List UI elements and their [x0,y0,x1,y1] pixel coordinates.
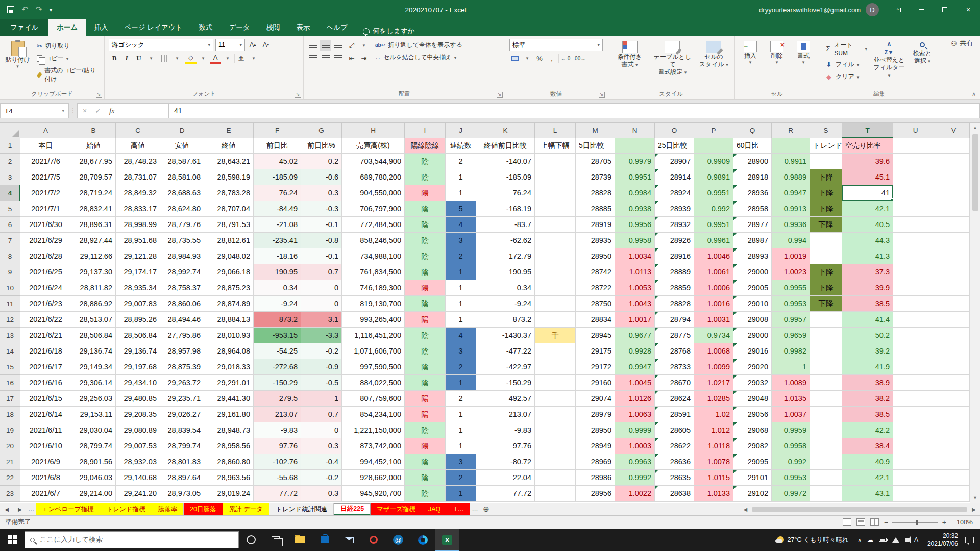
column-header-V[interactable]: V [938,123,970,138]
cell-A16[interactable]: 2021/6/16 [20,375,71,391]
cell-J20[interactable]: 1 [446,438,476,454]
cell-J13[interactable]: 4 [446,328,476,343]
cell-I11[interactable]: 陰 [405,296,446,312]
cell-V10[interactable] [938,280,970,296]
cell-G22[interactable]: -0.2 [301,470,342,486]
customize-qat-icon[interactable]: ▾ [50,7,53,13]
task-view-button[interactable] [263,529,288,551]
cell-Q23[interactable]: 29102 [733,486,772,502]
cell-H9[interactable]: 761,834,500 [342,264,405,280]
file-explorer-button[interactable] [288,529,312,551]
row-header-15[interactable]: 15 [0,359,20,375]
cell-C22[interactable]: 29,140.68 [116,470,160,486]
cell-O3[interactable]: 28914 [655,169,694,185]
column-header-J[interactable]: J [446,123,476,138]
phonetic-dropdown-icon[interactable]: ▾ [248,53,259,64]
cell-D19[interactable]: 28,839.54 [160,422,204,438]
cell-M19[interactable]: 28950 [576,422,615,438]
cell-E6[interactable]: 28,791.53 [204,217,254,233]
cell-R19[interactable]: 0.9959 [772,422,810,438]
cell-F10[interactable]: 0.34 [254,280,301,296]
cell-V15[interactable] [938,359,970,375]
cell-B17[interactable]: 29,256.03 [71,391,116,407]
name-box[interactable]: T4▾ [0,103,69,118]
cell-G11[interactable]: 0 [301,296,342,312]
cell-D17[interactable]: 29,235.71 [160,391,204,407]
cell-L18[interactable] [535,407,576,422]
column-header-N[interactable]: N [615,123,655,138]
cell-H17[interactable]: 807,759,600 [342,391,405,407]
sheet-tab-マザーズ指標[interactable]: マザーズ指標 [371,503,422,515]
cell-E14[interactable]: 28,964.08 [204,343,254,359]
cell-O2[interactable]: 28907 [655,154,694,169]
cell-M12[interactable]: 28834 [576,312,615,328]
cell-N7[interactable]: 0.9958 [615,233,655,248]
cell-J8[interactable]: 2 [446,248,476,264]
cell-C5[interactable]: 28,833.17 [116,201,160,217]
cell-T17[interactable]: 38.2 [842,391,893,407]
cell-J9[interactable]: 1 [446,264,476,280]
cell-D18[interactable]: 29,026.27 [160,407,204,422]
cell-K4[interactable]: 76.24 [476,185,535,201]
cell-V22[interactable] [938,470,970,486]
cell-T10[interactable]: 39.9 [842,280,893,296]
cell-Q2[interactable]: 28900 [733,154,772,169]
enter-formula-icon[interactable]: ✓ [95,107,101,115]
cell-O19[interactable]: 28605 [655,422,694,438]
cell-J4[interactable]: 1 [446,185,476,201]
cell-J16[interactable]: 1 [446,375,476,391]
cell-T4[interactable]: 41 [842,185,893,201]
cell-M17[interactable]: 29074 [576,391,615,407]
cell-L2[interactable] [535,154,576,169]
cell-G10[interactable]: 0 [301,280,342,296]
account-avatar[interactable]: D [866,3,879,16]
cell-V14[interactable] [938,343,970,359]
sheet-tab-騰落率[interactable]: 騰落率 [152,503,184,515]
cell-T13[interactable]: 50.2 [842,328,893,343]
cell-O6[interactable]: 28932 [655,217,694,233]
cell-P3[interactable]: 0.9891 [694,169,733,185]
cell-G20[interactable]: 0.3 [301,438,342,454]
minimize-button[interactable] [910,0,933,19]
cell-U21[interactable] [893,454,938,470]
cell-L11[interactable] [535,296,576,312]
cell-M2[interactable]: 28705 [576,154,615,169]
cell-R8[interactable]: 1.0019 [772,248,810,264]
cell-H8[interactable]: 734,988,100 [342,248,405,264]
cell-A8[interactable]: 2021/6/28 [20,248,71,264]
cell-M15[interactable]: 29172 [576,359,615,375]
cell-F5[interactable]: -84.49 [254,201,301,217]
edge-button[interactable] [410,529,435,551]
cell-H2[interactable]: 703,544,900 [342,154,405,169]
cell-L16[interactable] [535,375,576,391]
formula-input[interactable]: 41 [169,103,980,118]
sheet-tab-T…[interactable]: T… [447,503,470,515]
header-cell-O1[interactable]: 25日比較 [655,138,694,154]
cell-C4[interactable]: 28,849.32 [116,185,160,201]
cell-F15[interactable]: -272.68 [254,359,301,375]
cell-J14[interactable]: 3 [446,343,476,359]
row-header-5[interactable]: 5 [0,201,20,217]
ribbon-tab-データ[interactable]: データ [220,19,258,36]
horizontal-scroll-thumb[interactable] [752,507,967,512]
cell-K2[interactable]: -140.07 [476,154,535,169]
cell-O9[interactable]: 28889 [655,264,694,280]
cell-D4[interactable]: 28,688.63 [160,185,204,201]
cell-V8[interactable] [938,248,970,264]
cell-A12[interactable]: 2021/6/22 [20,312,71,328]
cell-F8[interactable]: -18.16 [254,248,301,264]
cell-U6[interactable] [893,217,938,233]
cell-T19[interactable]: 42.2 [842,422,893,438]
cell-F16[interactable]: -150.29 [254,375,301,391]
cell-V21[interactable] [938,454,970,470]
cell-E10[interactable]: 28,875.23 [204,280,254,296]
cell-E13[interactable]: 28,010.93 [204,328,254,343]
cell-K21[interactable]: -80.72 [476,454,535,470]
cell-S2[interactable] [810,154,842,169]
normal-view-icon[interactable] [843,518,851,526]
cell-R7[interactable]: 0.994 [772,233,810,248]
row-header-18[interactable]: 18 [0,407,20,422]
cell-M23[interactable]: 28956 [576,486,615,502]
cell-D11[interactable]: 28,860.06 [160,296,204,312]
taskbar-clock[interactable]: 20:32 2021/07/06 [922,532,963,548]
